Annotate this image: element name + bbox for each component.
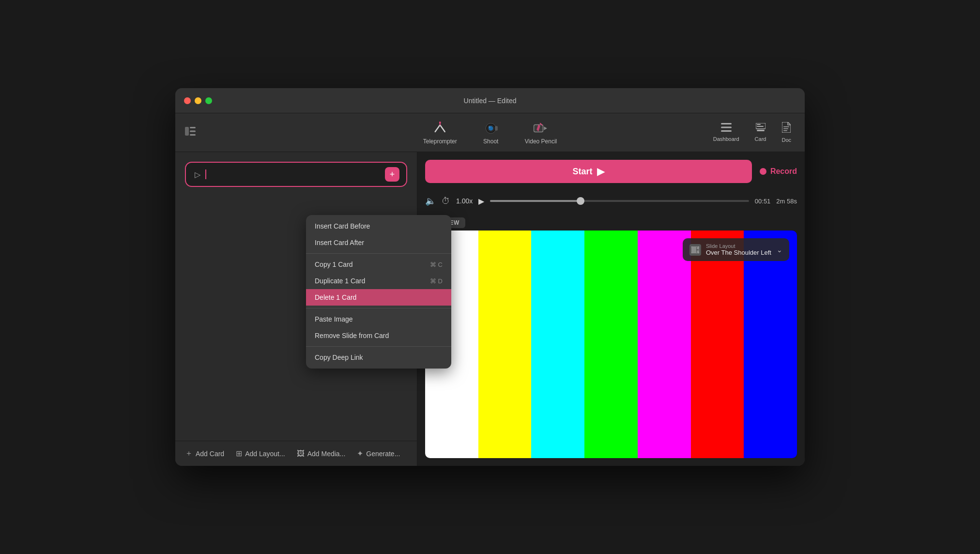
add-card-icon: ＋ xyxy=(185,448,193,459)
right-panel: Start ▶ Record 🔈 ⏱ 1.00x ▶ 00:51 xyxy=(417,152,805,466)
shoot-label: Shoot xyxy=(483,138,498,145)
dashboard-button[interactable]: Dashboard xyxy=(709,121,743,144)
slide-layout-bottom-label: Over The Shoulder Left xyxy=(706,249,772,256)
ctx-duplicate-shortcut: ⌘ D xyxy=(430,277,443,285)
ctx-duplicate-card[interactable]: Duplicate 1 Card ⌘ D xyxy=(306,273,451,289)
ctx-insert-after-label: Insert Card After xyxy=(315,239,364,246)
teleprompter-label: Teleprompter xyxy=(423,138,457,145)
svg-rect-1 xyxy=(190,127,196,128)
svg-rect-18 xyxy=(757,126,764,127)
svg-rect-22 xyxy=(783,130,787,131)
svg-rect-26 xyxy=(697,250,699,253)
progress-slider[interactable] xyxy=(490,200,749,202)
speed-display[interactable]: 1.00x xyxy=(456,197,473,205)
record-label: Record xyxy=(770,167,797,176)
add-media-button[interactable]: 🖼 Add Media... xyxy=(297,449,346,458)
svg-rect-15 xyxy=(721,130,732,132)
record-button[interactable]: Record xyxy=(760,167,797,176)
svg-rect-14 xyxy=(721,127,732,128)
add-media-icon: 🖼 xyxy=(297,449,305,458)
ctx-separator-3 xyxy=(306,346,451,347)
text-cursor xyxy=(205,169,206,179)
color-bar-green xyxy=(584,231,638,458)
ctx-remove-slide-label: Remove Slide from Card xyxy=(315,332,389,339)
maximize-button[interactable] xyxy=(205,97,212,104)
slide-layout-icon xyxy=(689,244,701,256)
preview-area: Slide Layout Over The Shoulder Left ⌄ xyxy=(425,231,797,458)
play-pause-button[interactable]: ▶ xyxy=(478,197,484,206)
add-card-button[interactable]: ＋ Add Card xyxy=(185,448,224,459)
svg-rect-19 xyxy=(757,130,765,131)
add-button-label: + xyxy=(390,169,395,180)
slide-layout-top-label: Slide Layout xyxy=(706,243,772,249)
color-bar-red xyxy=(691,231,744,458)
color-bar-yellow xyxy=(478,231,532,458)
minimize-button[interactable] xyxy=(195,97,201,104)
svg-point-5 xyxy=(439,122,441,123)
dashboard-icon xyxy=(721,123,732,134)
ctx-insert-after[interactable]: Insert Card After xyxy=(306,234,451,251)
volume-icon[interactable]: 🔈 xyxy=(425,196,436,206)
ctx-delete-card[interactable]: Delete 1 Card xyxy=(306,289,451,306)
ctx-separator-2 xyxy=(306,308,451,308)
add-layout-button[interactable]: ⊞ Add Layout... xyxy=(236,449,285,458)
svg-rect-0 xyxy=(185,127,189,136)
time-remaining: 2m 58s xyxy=(776,198,797,205)
app-window: Untitled — Edited Telep xyxy=(175,88,805,466)
sidebar-toggle-button[interactable] xyxy=(185,127,196,138)
add-layout-icon: ⊞ xyxy=(236,449,242,458)
generate-icon: ✦ xyxy=(357,449,363,458)
doc-icon xyxy=(782,122,791,135)
main-content: ▷ + Insert Card Before Insert Card After… xyxy=(175,152,805,466)
left-panel: ▷ + Insert Card Before Insert Card After… xyxy=(175,152,417,466)
ctx-paste-image[interactable]: Paste Image xyxy=(306,311,451,327)
generate-button[interactable]: ✦ Generate... xyxy=(357,449,400,458)
doc-label: Doc xyxy=(781,137,791,143)
video-pencil-button[interactable]: Video Pencil xyxy=(519,118,563,148)
svg-rect-20 xyxy=(783,126,789,127)
close-button[interactable] xyxy=(184,97,191,104)
ctx-copy-deep-link[interactable]: Copy Deep Link xyxy=(306,349,451,366)
add-media-label: Add Media... xyxy=(307,450,346,458)
svg-rect-2 xyxy=(190,131,196,132)
teleprompter-button[interactable]: Teleprompter xyxy=(417,118,463,148)
add-card-label: Add Card xyxy=(196,450,224,458)
svg-rect-3 xyxy=(190,134,196,136)
ctx-copy-card-label: Copy 1 Card xyxy=(315,261,353,268)
ctx-paste-image-label: Paste Image xyxy=(315,315,353,323)
ctx-copy-card[interactable]: Copy 1 Card ⌘ C xyxy=(306,256,451,273)
color-bar-blue xyxy=(744,231,797,458)
start-play-icon: ▶ xyxy=(597,166,604,177)
progress-thumb[interactable] xyxy=(577,197,584,205)
toolbar-right: Dashboard Card xyxy=(709,120,795,145)
color-bars xyxy=(425,231,797,458)
card-item[interactable]: ▷ + xyxy=(185,162,407,187)
ctx-insert-before-label: Insert Card Before xyxy=(315,222,370,230)
traffic-lights xyxy=(184,97,212,104)
context-menu: Insert Card Before Insert Card After Cop… xyxy=(306,215,451,369)
start-button[interactable]: Start ▶ xyxy=(425,160,752,183)
playback-controls: 🔈 ⏱ 1.00x ▶ 00:51 2m 58s xyxy=(425,191,797,211)
doc-button[interactable]: Doc xyxy=(778,120,795,145)
bottom-toolbar: ＋ Add Card ⊞ Add Layout... 🖼 Add Media..… xyxy=(175,441,417,466)
timer-icon[interactable]: ⏱ xyxy=(442,196,450,206)
ctx-copy-deep-link-label: Copy Deep Link xyxy=(315,354,363,361)
shoot-icon xyxy=(483,121,499,136)
titlebar: Untitled — Edited xyxy=(175,88,805,113)
window-title: Untitled — Edited xyxy=(464,97,517,105)
start-row: Start ▶ Record xyxy=(425,160,797,183)
time-elapsed: 00:51 xyxy=(755,198,771,205)
card-add-button[interactable]: + xyxy=(385,167,399,182)
teleprompter-icon xyxy=(432,121,448,136)
shoot-button[interactable]: Shoot xyxy=(477,118,505,148)
slide-layout-chevron-icon[interactable]: ⌄ xyxy=(777,246,782,254)
color-bar-cyan xyxy=(531,231,584,458)
ctx-copy-shortcut: ⌘ C xyxy=(430,261,443,268)
svg-rect-21 xyxy=(783,128,788,129)
ctx-insert-before[interactable]: Insert Card Before xyxy=(306,218,451,234)
ctx-remove-slide[interactable]: Remove Slide from Card xyxy=(306,327,451,344)
card-toolbar-button[interactable]: Card xyxy=(751,121,770,144)
toolbar-center: Teleprompter Shoot xyxy=(417,118,563,148)
generate-label: Generate... xyxy=(366,450,400,458)
card-play-icon: ▷ xyxy=(195,170,200,179)
